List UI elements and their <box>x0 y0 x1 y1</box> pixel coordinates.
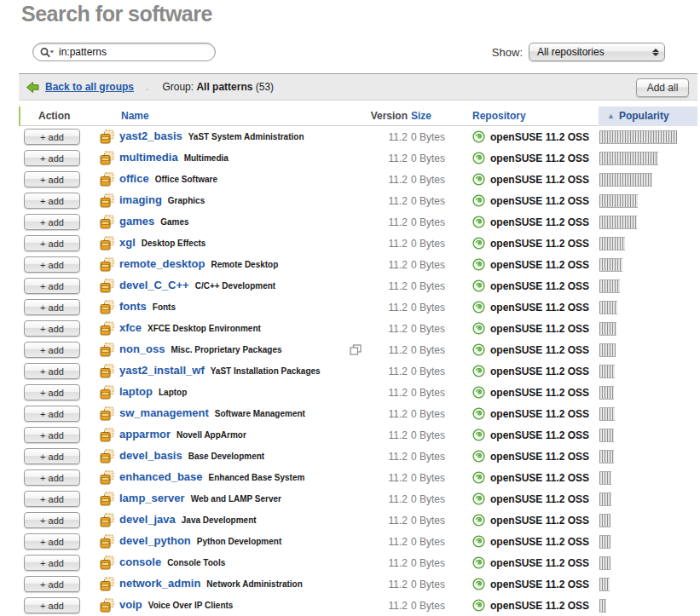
package-description: Network Administration <box>206 579 302 589</box>
add-button[interactable]: + add <box>24 427 80 443</box>
version-value: 11.2 <box>370 366 408 377</box>
search-field[interactable] <box>32 43 216 61</box>
version-value: 11.2 <box>370 579 408 590</box>
package-name-link[interactable]: devel_java <box>119 513 176 526</box>
add-button[interactable]: + add <box>24 363 80 379</box>
header-popularity[interactable]: ▲ Popularity <box>599 107 697 126</box>
package-description: Office Software <box>155 175 217 184</box>
add-button[interactable]: + add <box>24 256 80 273</box>
pattern-package-icon <box>100 598 114 613</box>
version-value: 11.2 <box>370 280 408 292</box>
size-value: 0 Bytes <box>408 408 469 420</box>
pattern-package-icon <box>100 343 114 357</box>
add-button[interactable]: + add <box>24 533 80 550</box>
add-all-button[interactable]: Add all <box>636 78 689 97</box>
package-name-link[interactable]: non_oss <box>119 343 165 355</box>
add-button[interactable]: + add <box>24 214 80 230</box>
back-to-groups-link[interactable]: Back to all groups <box>45 81 134 93</box>
package-name-link[interactable]: console <box>119 556 161 568</box>
size-value: 0 Bytes <box>408 366 469 377</box>
package-name-link[interactable]: xfce <box>119 321 142 334</box>
add-button[interactable]: + add <box>24 299 80 315</box>
package-name-link[interactable]: enhanced_base <box>119 470 203 483</box>
package-name-link[interactable]: multimedia <box>119 151 178 164</box>
version-value: 11.2 <box>370 472 408 484</box>
table-row: + add xglDesktop Effects11.20 Bytes open… <box>19 233 697 254</box>
package-name-link[interactable]: yast2_basis <box>119 130 182 142</box>
package-name-link[interactable]: devel_python <box>119 534 191 547</box>
size-value: 0 Bytes <box>408 472 469 484</box>
table-row: + add apparmorNovell AppArmor11.20 Bytes… <box>19 424 697 446</box>
pattern-package-icon <box>100 534 114 549</box>
package-name-link[interactable]: imaging <box>119 193 162 206</box>
popularity-bar <box>599 599 606 613</box>
repository-name: openSUSE 11.2 OSS <box>490 557 589 569</box>
search-toolbar: Show: All repositories <box>0 40 700 66</box>
opensuse-repo-icon <box>472 450 485 463</box>
package-description: Base Development <box>188 452 264 461</box>
repository-name: openSUSE 11.2 OSS <box>490 579 589 590</box>
package-name-link[interactable]: devel_C_C++ <box>119 279 189 291</box>
other-versions-icon[interactable] <box>350 344 362 355</box>
opensuse-repo-icon <box>472 130 485 143</box>
header-action: Action <box>20 110 101 122</box>
opensuse-repo-icon <box>472 514 485 527</box>
popularity-bar <box>599 343 616 357</box>
add-button[interactable]: + add <box>24 342 80 358</box>
package-name-link[interactable]: network_admin <box>119 577 200 590</box>
opensuse-repo-icon <box>472 301 485 314</box>
repository-name: openSUSE 11.2 OSS <box>490 216 589 228</box>
add-button[interactable]: + add <box>24 129 80 145</box>
select-stepper-icon <box>652 49 659 56</box>
pattern-package-icon <box>100 236 114 250</box>
pattern-package-icon <box>100 215 114 229</box>
package-description: Enhanced Base System <box>209 473 305 482</box>
package-name-link[interactable]: voip <box>119 598 142 611</box>
add-button[interactable]: + add <box>24 406 80 422</box>
header-name[interactable]: Name <box>101 110 350 122</box>
add-button[interactable]: + add <box>24 576 80 592</box>
size-value: 0 Bytes <box>408 536 469 548</box>
package-name-link[interactable]: fonts <box>119 300 147 313</box>
package-name-link[interactable]: games <box>119 215 154 227</box>
package-name-link[interactable]: yast2_install_wf <box>119 364 205 377</box>
package-name-link[interactable]: xgl <box>119 236 136 249</box>
pattern-package-icon <box>100 172 114 187</box>
package-name-link[interactable]: devel_basis <box>119 449 182 462</box>
version-value: 11.2 <box>370 323 408 335</box>
package-name-link[interactable]: office <box>119 172 149 185</box>
back-arrow-icon[interactable] <box>26 81 40 94</box>
header-size[interactable]: Size <box>408 110 469 122</box>
add-button[interactable]: + add <box>24 278 80 294</box>
repository-name: openSUSE 11.2 OSS <box>490 493 589 505</box>
add-button[interactable]: + add <box>24 384 80 400</box>
pattern-package-icon <box>100 279 114 293</box>
add-button[interactable]: + add <box>24 150 80 166</box>
version-value: 11.2 <box>370 429 408 441</box>
add-button[interactable]: + add <box>24 193 80 209</box>
package-name-link[interactable]: sw_management <box>119 406 209 419</box>
package-name-link[interactable]: remote_desktop <box>119 257 205 270</box>
pattern-package-icon <box>100 300 114 314</box>
add-button[interactable]: + add <box>24 555 80 571</box>
pattern-package-icon <box>100 470 114 485</box>
add-button[interactable]: + add <box>24 171 80 187</box>
repository-filter-select[interactable]: All repositories <box>529 43 665 61</box>
add-button[interactable]: + add <box>24 320 80 337</box>
add-button[interactable]: + add <box>24 235 80 251</box>
add-button[interactable]: + add <box>24 597 80 613</box>
add-button[interactable]: + add <box>24 491 80 507</box>
package-name-link[interactable]: laptop <box>119 385 153 398</box>
package-name-link[interactable]: apparmor <box>119 428 171 440</box>
pattern-package-icon <box>100 151 114 165</box>
search-input[interactable] <box>59 46 195 58</box>
search-icon[interactable] <box>40 47 55 58</box>
popularity-bar <box>599 514 610 527</box>
add-button[interactable]: + add <box>24 469 80 486</box>
opensuse-repo-icon <box>472 578 485 590</box>
add-button[interactable]: + add <box>24 448 80 464</box>
add-button[interactable]: + add <box>24 512 80 528</box>
header-repository[interactable]: Repository <box>469 110 599 122</box>
package-name-link[interactable]: lamp_server <box>119 492 185 504</box>
repository-name: openSUSE 11.2 OSS <box>490 280 589 292</box>
